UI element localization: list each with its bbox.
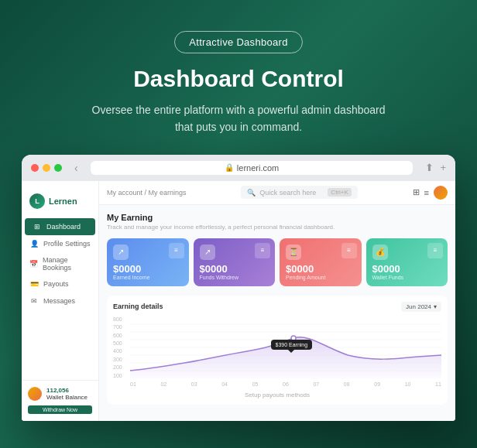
y-label-700: 700 [113,324,130,330]
chart-header: Earning details Jun 2024 ▾ [113,302,441,312]
dot-yellow[interactable] [43,164,50,172]
chevron-down-icon: ▾ [434,303,437,310]
card-corner-4: ≡ [427,243,443,258]
page-heading: Dashboard Control [133,66,344,92]
browser-toolbar: ‹ 🔒 lerneri.com ⬆ + [22,155,455,181]
y-label-600: 600 [113,333,130,338]
y-label-800: 800 [113,316,130,322]
x-label-01: 01 [130,381,136,387]
sidebar-user: 112,056 Wallet Balance [28,387,92,401]
breadcrumb: My account / My earnings [107,189,187,197]
earned-label: Earned Income [113,275,183,280]
sidebar-item-bookings[interactable]: 📅 Manage Bookings [22,252,98,275]
topbar-actions: ⊞ ≡ [413,186,448,200]
browser-actions: ⬆ + [425,162,446,173]
x-label-03: 03 [191,381,197,387]
search-bar[interactable]: 🔍 Quick search here Ctrl+K [241,186,358,199]
setup-payouts-label: Setup payouts methods [113,392,441,398]
logo-text: Lernen [49,197,77,206]
section-subtitle: Track and manage your income effortlessl… [107,224,448,231]
payouts-icon: 💳 [29,279,39,289]
logo-icon: L [29,193,45,209]
lock-icon: 🔒 [225,163,234,172]
withdrew-amount: $0000 [200,263,269,275]
withdraw-button[interactable]: Withdraw Now [28,405,92,414]
attractive-badge: Attractive Dashboard [174,31,302,53]
dot-red[interactable] [31,164,39,172]
sidebar-item-profile[interactable]: 👤 Profile Settings [22,235,98,252]
card-corner-3: ≡ [341,243,357,258]
badge-container: Attractive Dashboard [174,31,302,53]
sidebar-label-bookings: Manage Bookings [43,256,91,272]
page-subheading: Oversee the entire platform with a power… [91,101,386,136]
x-label-05: 05 [252,381,259,387]
earned-icon: ↗ [113,245,129,260]
sidebar-item-messages[interactable]: ✉ Messages [22,292,98,309]
user-avatar [28,387,42,401]
share-icon[interactable]: ⬆ [425,162,434,173]
wallet-balance: 112,056 [46,387,88,394]
traffic-lights [31,164,62,172]
pending-label: Pending Amount [286,275,355,280]
topbar: My account / My earnings 🔍 Quick search … [99,181,455,205]
sidebar-item-payouts[interactable]: 💳 Payouts [22,275,98,292]
search-icon: 🔍 [247,189,256,197]
x-label-02: 02 [160,381,166,387]
sidebar-label-profile: Profile Settings [43,240,91,248]
wallet-label-card: Wallet Funds [372,275,442,280]
x-label-09: 09 [374,381,380,387]
sidebar-item-dashboard[interactable]: ⊞ Dashboard [25,218,95,235]
card-withdrew: ↗ $0000 Funds Withdrew ≡ [194,238,276,286]
user-avatar-topbar[interactable] [434,186,448,200]
messages-icon: ✉ [29,296,39,306]
dot-green[interactable] [54,164,62,172]
card-pending: ⏳ $0000 Pending Amount ≡ [280,238,362,286]
y-label-400: 400 [113,348,130,354]
grid-icon[interactable]: ⊞ [413,187,420,197]
y-label-100: 100 [113,373,130,378]
y-label-500: 500 [113,340,130,346]
y-label-300: 300 [113,357,130,362]
content-area: My Earning Track and manage your income … [99,205,455,412]
withdrew-icon: ↗ [200,245,215,260]
y-axis-labels: 800 700 600 500 400 300 200 100 [113,316,130,378]
x-label-10: 10 [405,381,411,387]
badge-label: Attractive Dashboard [189,36,287,48]
dashboard-layout: L Lernen ⊞ Dashboard 👤 Profile Settings … [22,181,455,421]
new-tab-icon[interactable]: + [440,162,446,173]
main-content: My account / My earnings 🔍 Quick search … [99,181,455,421]
pending-icon: ⏳ [286,245,301,260]
wallet-label: Wallet Balance [46,394,88,401]
back-button[interactable]: ‹ [74,162,78,174]
url-bar[interactable]: 🔒 lerneri.com [91,161,414,175]
x-label-04: 04 [221,381,228,387]
sidebar-label-messages: Messages [43,297,75,305]
section-title: My Earning [107,213,448,222]
card-corner-2: ≡ [255,243,270,258]
x-label-06: 06 [283,381,289,387]
filter-button[interactable]: Jun 2024 ▾ [401,302,441,312]
card-corner-1: ≡ [169,243,184,258]
x-label-08: 08 [344,381,350,387]
url-text: lerneri.com [237,163,279,173]
bookings-icon: 📅 [29,259,38,268]
sidebar: L Lernen ⊞ Dashboard 👤 Profile Settings … [22,181,99,421]
withdrew-label: Funds Withdrew [200,275,269,280]
keyboard-shortcut: Ctrl+K [328,188,351,197]
sidebar-label-dashboard: Dashboard [46,223,81,231]
chart-section: Earning details Jun 2024 ▾ 800 700 600 5… [107,296,448,405]
chart-wrapper: 800 700 600 500 400 300 200 100 [113,316,441,378]
list-icon[interactable]: ≡ [424,188,429,197]
card-earned: ↗ $0000 Earned Income ≡ [107,238,189,286]
profile-icon: 👤 [29,239,39,248]
browser-mockup: ‹ 🔒 lerneri.com ⬆ + L Lernen ⊞ Dashboard… [22,155,455,421]
earned-amount: $0000 [113,263,183,275]
wallet-amount: $0000 [372,263,442,275]
chart-title: Earning details [113,303,163,310]
y-label-200: 200 [113,364,130,370]
x-label-11: 11 [435,381,441,387]
chart-tooltip: $390 Earning [271,340,313,350]
x-label-07: 07 [313,381,319,387]
sidebar-label-payouts: Payouts [43,280,69,288]
pending-amount: $0000 [286,263,355,275]
